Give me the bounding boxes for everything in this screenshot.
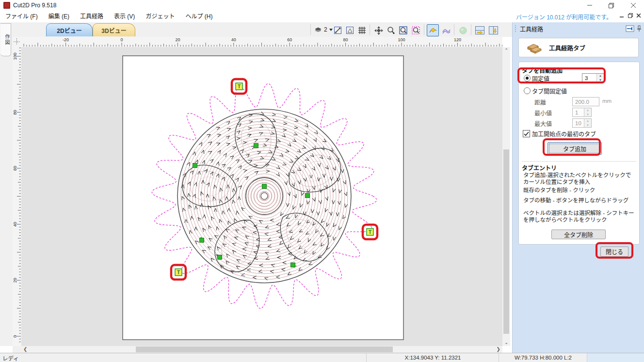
vertical-scrollbar[interactable]: ⌃ ⌄ bbox=[502, 47, 510, 346]
zoom-interactive-icon[interactable] bbox=[385, 24, 397, 36]
child-minimize-icon[interactable] bbox=[620, 14, 624, 18]
scroll-down-arrow[interactable]: ⌄ bbox=[504, 339, 508, 346]
tab-marker bbox=[291, 263, 295, 267]
dock-panel-icon[interactable] bbox=[626, 25, 634, 32]
scroll-up-arrow[interactable]: ⌃ bbox=[504, 47, 508, 54]
maximize-button[interactable] bbox=[600, 0, 622, 11]
toggle-2d-toolpath-view-icon[interactable] bbox=[427, 24, 439, 36]
tab-marker bbox=[262, 184, 267, 189]
application-window: Cut2D Pro 9.518 ファイル (F) 編集 (E) 工具経路 表示 … bbox=[0, 0, 644, 362]
pin-icon[interactable] bbox=[637, 25, 642, 32]
first-tab-checkbox-label: 加工開始点の最初のタブ bbox=[532, 130, 596, 138]
horizontal-scrollbar[interactable]: ❮ ❯ bbox=[21, 346, 502, 353]
tab-marker bbox=[218, 255, 222, 260]
status-cursor-position: X:134.9043 Y: 11.2321 bbox=[366, 353, 499, 362]
scroll-right-arrow[interactable]: ❯ bbox=[497, 346, 500, 353]
fixed-value-label: 固定値 bbox=[532, 74, 549, 82]
material-page bbox=[123, 56, 403, 340]
svg-text:80: 80 bbox=[13, 110, 17, 115]
spacing-radio[interactable] bbox=[524, 87, 531, 94]
spin-down-icon[interactable]: ▼ bbox=[597, 78, 604, 82]
left-flyout-strip bbox=[0, 37, 13, 346]
svg-text:40: 40 bbox=[13, 222, 17, 227]
pan-icon[interactable] bbox=[372, 24, 385, 36]
zoom-to-selection-icon[interactable] bbox=[410, 24, 422, 36]
tab-marker bbox=[193, 164, 197, 168]
layer-stack-icon bbox=[314, 26, 322, 33]
distance-label: 距離 bbox=[534, 98, 546, 106]
tab-entry-line3: タブの移動 - ボタンを押しながらドラッグ bbox=[523, 197, 636, 204]
toggle-solid-view-icon[interactable] bbox=[457, 24, 469, 36]
spin-up-icon[interactable]: ▲ bbox=[597, 74, 604, 78]
zoom-to-fit-icon[interactable] bbox=[332, 24, 344, 36]
toolpath-panel-header: 工具経路 bbox=[513, 22, 644, 35]
grid-toggle-icon[interactable] bbox=[356, 24, 368, 36]
svg-text:120: 120 bbox=[454, 37, 461, 42]
fixed-value-spinner[interactable]: 3 ▲▼ bbox=[582, 73, 604, 82]
tab-marker bbox=[306, 194, 310, 198]
max-label: 最大値 bbox=[534, 119, 552, 128]
auto-add-heading: タブを自動追加 bbox=[522, 66, 563, 74]
layout-split-horizontal-icon[interactable] bbox=[474, 24, 486, 36]
tab-marker bbox=[254, 144, 258, 148]
max-spinner[interactable]: 10 ▲▼ bbox=[572, 118, 592, 128]
svg-text:-20: -20 bbox=[63, 37, 69, 42]
child-restore-icon[interactable] bbox=[628, 13, 633, 18]
menu-help[interactable]: ヘルプ (H) bbox=[180, 11, 218, 22]
window-title: Cut2D Pro 9.518 bbox=[13, 2, 56, 9]
minimize-button[interactable] bbox=[579, 0, 600, 11]
toolbar-row: 2Dビュー 3Dビュー 2 bbox=[0, 22, 512, 37]
tab-entry-line1: タブ追加-選択されたベクトルをクリックでカーソル位置にタブを挿入 bbox=[523, 172, 636, 185]
status-ready: レディ bbox=[2, 354, 19, 362]
svg-text:0: 0 bbox=[120, 37, 123, 42]
zoom-to-material-icon[interactable] bbox=[344, 24, 356, 36]
toolpath-tabs-header-card: 工具経路タブ bbox=[518, 38, 639, 57]
flyout-tab-drawing[interactable]: 作図 bbox=[0, 23, 11, 56]
tab-entry-line2: 既存のタブを削除 - クリック bbox=[523, 187, 636, 194]
panel-grip[interactable] bbox=[515, 25, 517, 33]
menu-view[interactable]: 表示 (V) bbox=[109, 11, 140, 22]
panel-card-title: 工具経路タブ bbox=[549, 43, 585, 52]
toggle-vector-view-icon[interactable] bbox=[440, 24, 452, 36]
zoom-window-icon[interactable] bbox=[397, 24, 409, 36]
tab-marker bbox=[200, 238, 204, 243]
panel-title: 工具経路 bbox=[520, 25, 543, 33]
tab-3d-view[interactable]: 3Dビュー bbox=[93, 23, 135, 36]
tab-settings-card: タブを自動追加 固定値 3 ▲▼ タブ間固定値 距離 200.0 mm 最小値 … bbox=[518, 62, 640, 245]
horizontal-ruler: -20020406080100120 bbox=[21, 37, 502, 48]
horizontal-scroll-thumb[interactable] bbox=[136, 346, 393, 352]
delete-all-tabs-button[interactable]: 全タブ削除 bbox=[551, 230, 606, 239]
svg-text:20: 20 bbox=[13, 278, 17, 283]
min-label: 最小値 bbox=[534, 109, 552, 117]
svg-text:T: T bbox=[369, 230, 371, 235]
2d-view-canvas[interactable]: TTT bbox=[21, 47, 502, 346]
toolpath-tabs-icon bbox=[526, 41, 542, 54]
menu-edit[interactable]: 編集 (E) bbox=[43, 11, 75, 22]
menu-gadget[interactable]: ガジェット bbox=[140, 11, 180, 22]
scroll-left-arrow[interactable]: ❮ bbox=[23, 346, 27, 353]
vertical-scroll-thumb[interactable] bbox=[503, 149, 509, 334]
distance-input[interactable]: 200.0 bbox=[572, 97, 599, 106]
menu-file[interactable]: ファイル (F) bbox=[0, 11, 43, 22]
add-tabs-button[interactable]: タブ追加 bbox=[547, 142, 602, 155]
child-close-icon[interactable] bbox=[637, 14, 641, 18]
svg-text:T: T bbox=[238, 84, 241, 89]
ruler-corner bbox=[13, 37, 22, 48]
toolpath-panel: 工具経路 工具経路タブ タブを自動追加 固定値 3 bbox=[512, 22, 644, 353]
tab-2d-view[interactable]: 2Dビュー bbox=[46, 23, 93, 36]
layer-selector[interactable]: 2 bbox=[314, 24, 333, 35]
tab-entry-heading: タブエントリ bbox=[522, 164, 557, 172]
menu-bar: ファイル (F) 編集 (E) 工具経路 表示 (V) ガジェット ヘルプ (H… bbox=[0, 11, 644, 23]
min-spinner[interactable]: 1 ▲▼ bbox=[572, 108, 592, 117]
svg-text:T: T bbox=[177, 270, 180, 275]
menu-toolpath[interactable]: 工具経路 bbox=[75, 11, 109, 22]
vertical-ruler: 020406080100 bbox=[13, 47, 22, 346]
version-update-link[interactable]: バージョン 10.012 が利用可能です。 bbox=[516, 13, 612, 21]
status-selection-size: W:79.733 H:80.000 L:2 bbox=[499, 353, 587, 362]
distance-unit: mm bbox=[602, 98, 612, 104]
close-button[interactable] bbox=[622, 0, 644, 11]
fixed-value-radio[interactable] bbox=[524, 75, 531, 82]
first-tab-checkbox[interactable] bbox=[523, 130, 530, 137]
close-panel-button[interactable]: 閉じる bbox=[600, 247, 628, 257]
layout-split-vertical-icon[interactable] bbox=[487, 24, 499, 36]
